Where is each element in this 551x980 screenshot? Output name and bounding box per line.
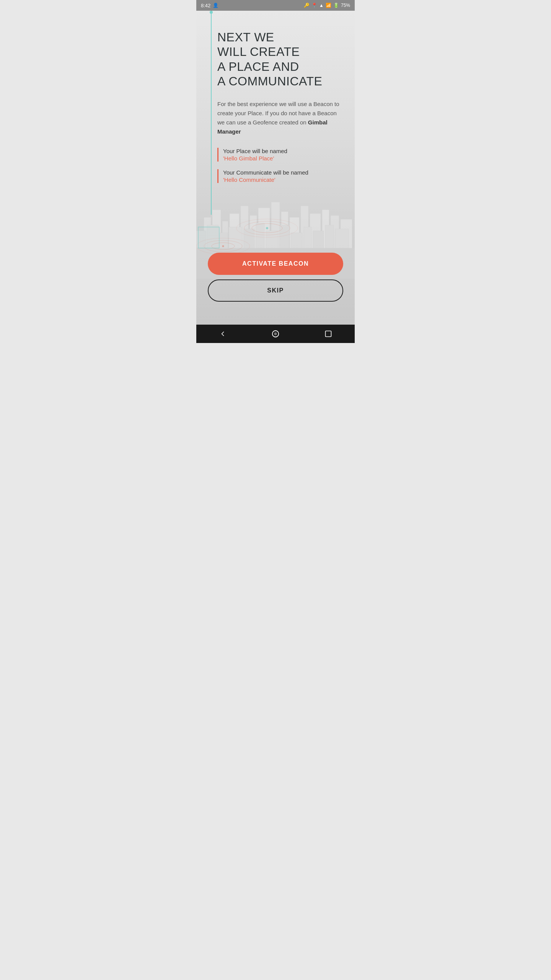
svg-rect-22: [266, 231, 278, 248]
svg-rect-24: [291, 233, 302, 248]
svg-rect-19: [229, 227, 242, 248]
text-section: NEXT WE WILL CREATE A PLACE AND A COMMUN…: [196, 11, 355, 183]
svg-rect-28: [335, 229, 349, 248]
main-content: NEXT WE WILL CREATE A PLACE AND A COMMUN…: [196, 11, 355, 325]
svg-rect-26: [313, 231, 324, 248]
headline-line3: A PLACE AND: [217, 59, 343, 74]
buttons-section: ACTIVATE BEACON SKIP: [196, 253, 355, 302]
back-nav-button[interactable]: [215, 326, 230, 341]
svg-rect-23: [280, 225, 289, 248]
communicate-info-value: 'Hello Communicate': [223, 176, 343, 183]
location-icon: 📍: [311, 3, 317, 8]
back-icon: [219, 330, 227, 338]
status-bar: 8:42 👤 🔑 📍 ▲ 📶 🔋 75%: [196, 0, 355, 11]
home-icon: [271, 330, 280, 338]
battery-icon: 🔋: [333, 3, 339, 8]
communicate-info-title: Your Communicate will be named: [223, 169, 343, 176]
recents-icon: [324, 330, 332, 338]
info-items: Your Place will be named 'Hello Gimbal P…: [217, 148, 343, 183]
svg-rect-25: [304, 227, 311, 248]
svg-point-39: [222, 245, 224, 247]
communicate-info-item: Your Communicate will be named 'Hello Co…: [217, 169, 343, 183]
account-icon: 👤: [213, 3, 218, 8]
status-left: 8:42 👤: [201, 3, 218, 8]
headline-line1: NEXT WE: [217, 30, 343, 44]
place-info-value: 'Hello Gimbal Place': [223, 155, 343, 162]
svg-rect-42: [326, 331, 331, 337]
activate-beacon-button[interactable]: ACTIVATE BEACON: [208, 253, 343, 275]
svg-rect-29: [198, 227, 219, 248]
headline-line2: WILL CREATE: [217, 44, 343, 59]
time-display: 8:42: [201, 3, 210, 8]
svg-point-38: [266, 227, 268, 229]
battery-percent: 75%: [341, 3, 350, 8]
status-right: 🔑 📍 ▲ 📶 🔋 75%: [304, 3, 350, 8]
svg-rect-20: [244, 229, 254, 248]
place-info-item: Your Place will be named 'Hello Gimbal P…: [217, 148, 343, 162]
wifi-icon: ▲: [319, 3, 324, 8]
key-icon: 🔑: [304, 3, 310, 8]
skip-button[interactable]: SKIP: [208, 279, 343, 302]
home-nav-button[interactable]: [267, 326, 284, 342]
svg-rect-27: [325, 225, 334, 248]
recents-nav-button[interactable]: [321, 326, 336, 341]
svg-rect-21: [256, 223, 264, 248]
headline-line4: A COMMUNICATE: [217, 74, 343, 88]
description-text: For the best experience we will use a Be…: [217, 100, 343, 136]
signal-icon: 📶: [326, 3, 331, 8]
headline: NEXT WE WILL CREATE A PLACE AND A COMMUN…: [217, 30, 343, 89]
place-info-title: Your Place will be named: [223, 148, 343, 154]
nav-bar: [196, 325, 355, 343]
svg-point-41: [274, 332, 277, 335]
